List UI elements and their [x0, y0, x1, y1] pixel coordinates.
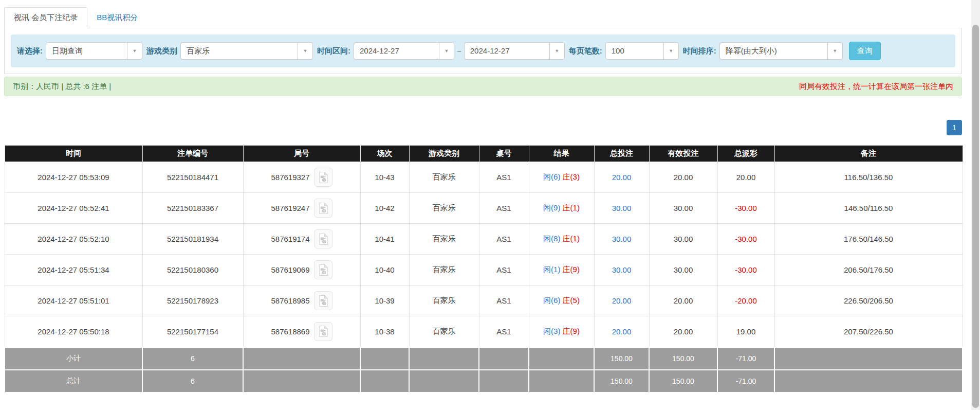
- cell-time: 2024-12-27 05:52:41: [5, 193, 142, 224]
- table-row: 2024-12-27 05:51:01522150178923587618985…: [5, 286, 963, 316]
- round-id-wrap: 587619069: [244, 255, 360, 285]
- summary-payout: -71.00: [717, 347, 774, 370]
- result-player: 闲(3): [543, 327, 560, 335]
- chevron-down-icon: ▼: [298, 43, 312, 59]
- col-header-result: 结果: [529, 146, 594, 162]
- chevron-down-icon: ▼: [127, 43, 142, 59]
- query-button[interactable]: 查询: [849, 42, 881, 60]
- video-replay-button[interactable]: [314, 291, 332, 310]
- query-type-value: 日期查询: [46, 43, 127, 59]
- cell-game-type: 百家乐: [409, 193, 479, 224]
- col-header-round-id: 局号: [243, 146, 360, 162]
- cell-note: 207.50/226.50: [774, 316, 963, 347]
- pagination-page-1-button[interactable]: 1: [947, 120, 962, 135]
- table-row: 2024-12-27 05:51:34522150180360587619069…: [5, 255, 963, 286]
- summary-count: 6: [142, 370, 243, 393]
- per-page-label: 每页笔数:: [569, 46, 602, 56]
- vertical-scrollbar[interactable]: [971, 0, 980, 410]
- result-banker: 庄(1): [563, 234, 580, 243]
- sort-order-label: 时间排序:: [683, 46, 716, 56]
- cell-valid-bet: 20.00: [649, 162, 717, 193]
- table-row: 2024-12-27 05:50:18522150177154587618869…: [5, 316, 963, 347]
- summary-total-bet: 150.00: [594, 370, 649, 393]
- cell-bet-id: 522150184471: [142, 162, 243, 193]
- cell-total-bet: 20.00: [594, 162, 649, 193]
- video-replay-button[interactable]: [314, 260, 332, 279]
- round-id-wrap: 587619174: [244, 224, 360, 254]
- summary-empty-result: [529, 347, 594, 370]
- video-file-icon: [317, 295, 329, 307]
- round-id-text: 587618985: [271, 296, 309, 305]
- per-page-select[interactable]: 100 ▼: [605, 42, 679, 60]
- tab-video-bet-records[interactable]: 视讯 会员下注纪录: [4, 7, 87, 28]
- cell-valid-bet: 20.00: [649, 316, 717, 347]
- cell-round-id: 587618985: [243, 286, 360, 316]
- cell-session: 10-38: [360, 316, 409, 347]
- video-replay-button[interactable]: [314, 199, 332, 218]
- col-header-bet-id: 注单编号: [142, 146, 243, 162]
- tab-bb-video-points[interactable]: BB视讯积分: [87, 8, 147, 28]
- cell-result: 闲(8) 庄(1): [529, 224, 594, 255]
- round-id-wrap: 587619327: [244, 162, 360, 192]
- game-type-select[interactable]: 百家乐 ▼: [180, 42, 313, 60]
- result-banker: 庄(9): [563, 327, 580, 335]
- table-row: 2024-12-27 05:52:41522150183367587619247…: [5, 193, 963, 224]
- date-from-select[interactable]: 2024-12-27 ▼: [354, 42, 454, 60]
- round-id-wrap: 587618869: [244, 316, 360, 347]
- filter-bar: 请选择: 日期查询 ▼ 游戏类别 百家乐 ▼ 时间区间: 2024-12-27 …: [11, 34, 955, 67]
- col-header-game-type: 游戏类别: [409, 146, 479, 162]
- summary-empty-table: [479, 370, 529, 393]
- date-from-value: 2024-12-27: [354, 43, 439, 59]
- cell-result: 闲(9) 庄(1): [529, 193, 594, 224]
- summary-empty-note: [774, 370, 963, 393]
- table-body: 2024-12-27 05:53:09522150184471587619327…: [5, 162, 963, 393]
- video-file-icon: [317, 325, 329, 337]
- result-player: 闲(6): [543, 296, 560, 305]
- total-bet-link[interactable]: 30.00: [612, 204, 632, 212]
- summary-empty-result: [529, 370, 594, 393]
- cell-valid-bet: 30.00: [649, 224, 717, 255]
- cell-payout: -20.00: [717, 286, 774, 316]
- cell-round-id: 587619247: [243, 193, 360, 224]
- round-id-text: 587619247: [271, 204, 309, 212]
- chevron-down-icon: ▼: [663, 43, 678, 59]
- col-header-total-payout: 总派彩: [717, 146, 774, 162]
- round-id-text: 587619174: [271, 235, 309, 243]
- summary-valid-bet: 150.00: [649, 370, 717, 393]
- tab-content-panel: 请选择: 日期查询 ▼ 游戏类别 百家乐 ▼ 时间区间: 2024-12-27 …: [4, 28, 962, 74]
- total-bet-link[interactable]: 20.00: [612, 296, 632, 305]
- total-bet-link[interactable]: 20.00: [612, 327, 632, 336]
- choose-label: 请选择:: [17, 46, 43, 56]
- cell-game-type: 百家乐: [409, 255, 479, 286]
- summary-count: 6: [142, 347, 243, 370]
- cell-session: 10-43: [360, 162, 409, 193]
- video-file-icon: [317, 233, 329, 245]
- cell-time: 2024-12-27 05:53:09: [5, 162, 142, 193]
- video-replay-button[interactable]: [314, 168, 332, 187]
- col-header-note: 备注: [774, 146, 963, 162]
- video-replay-button[interactable]: [314, 229, 332, 248]
- cell-session: 10-40: [360, 255, 409, 286]
- cell-result: 闲(3) 庄(9): [529, 316, 594, 347]
- cell-valid-bet: 20.00: [649, 286, 717, 316]
- query-type-select[interactable]: 日期查询 ▼: [46, 42, 142, 60]
- cell-bet-id: 522150178923: [142, 286, 243, 316]
- summary-empty-session: [360, 347, 409, 370]
- total-bet-link[interactable]: 30.00: [612, 235, 632, 243]
- cell-note: 176.50/146.50: [774, 224, 963, 255]
- col-header-time: 时间: [5, 146, 142, 162]
- total-bet-link[interactable]: 30.00: [612, 265, 632, 274]
- table-row: 2024-12-27 05:52:10522150181934587619174…: [5, 224, 963, 255]
- sort-order-select[interactable]: 降幂(由大到小) ▼: [719, 42, 843, 60]
- cell-game-type: 百家乐: [409, 224, 479, 255]
- cell-game-type: 百家乐: [409, 316, 479, 347]
- result-banker: 庄(5): [563, 296, 580, 305]
- cell-table-no: AS1: [479, 193, 529, 224]
- video-file-icon: [317, 171, 329, 184]
- cell-round-id: 587618869: [243, 316, 360, 347]
- scrollbar-thumb[interactable]: [972, 25, 979, 408]
- date-to-select[interactable]: 2024-12-27 ▼: [464, 42, 565, 60]
- video-replay-button[interactable]: [314, 322, 332, 341]
- date-range-separator: ~: [457, 47, 461, 56]
- total-bet-link[interactable]: 20.00: [612, 173, 632, 182]
